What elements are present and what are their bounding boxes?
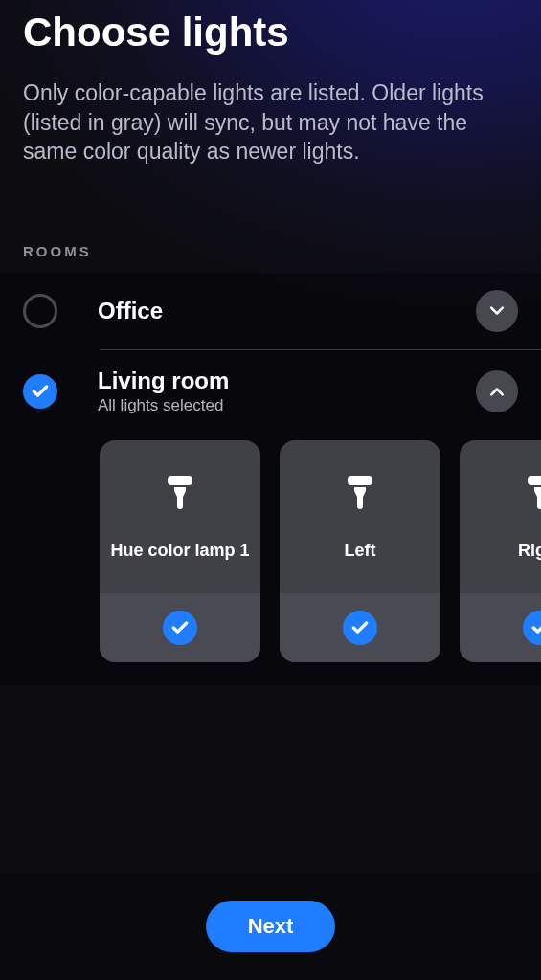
page-title: Choose lights: [23, 10, 518, 56]
check-icon: [31, 382, 50, 401]
room-row-living-room[interactable]: Living room All lights selected: [0, 350, 541, 433]
light-cards-row: Hue color lamp 1 Left: [0, 433, 541, 685]
section-label-rooms: ROOMS: [23, 243, 541, 259]
light-selected-badge[interactable]: [343, 611, 377, 645]
check-icon: [530, 618, 541, 637]
check-icon: [350, 618, 370, 637]
light-selected-badge[interactable]: [163, 611, 197, 645]
next-button[interactable]: Next: [206, 901, 336, 952]
bulb-icon: [528, 476, 541, 514]
footer-bar: Next: [0, 873, 541, 980]
chevron-up-icon: [487, 382, 507, 401]
rooms-list: Office Living room All lights selected: [0, 273, 541, 685]
room-row-office[interactable]: Office: [0, 273, 541, 349]
light-name: Left: [345, 541, 376, 561]
bulb-icon: [348, 476, 372, 514]
room-subtitle: All lights selected: [98, 396, 476, 415]
light-name: Right: [518, 541, 541, 561]
room-name: Living room: [98, 368, 476, 394]
light-name: Hue color lamp 1: [110, 541, 249, 561]
expand-toggle-living-room[interactable]: [476, 370, 518, 412]
light-selected-badge[interactable]: [523, 611, 541, 645]
check-icon: [170, 618, 190, 637]
page-subtitle: Only color-capable lights are listed. Ol…: [23, 78, 518, 167]
room-name: Office: [98, 298, 476, 324]
light-card[interactable]: Right: [460, 440, 541, 662]
room-select-radio[interactable]: [23, 374, 57, 409]
light-card[interactable]: Hue color lamp 1: [100, 440, 260, 662]
chevron-down-icon: [487, 301, 507, 321]
light-card[interactable]: Left: [280, 440, 440, 662]
room-select-radio[interactable]: [23, 294, 57, 328]
bulb-icon: [168, 476, 192, 514]
expand-toggle-office[interactable]: [476, 290, 518, 332]
